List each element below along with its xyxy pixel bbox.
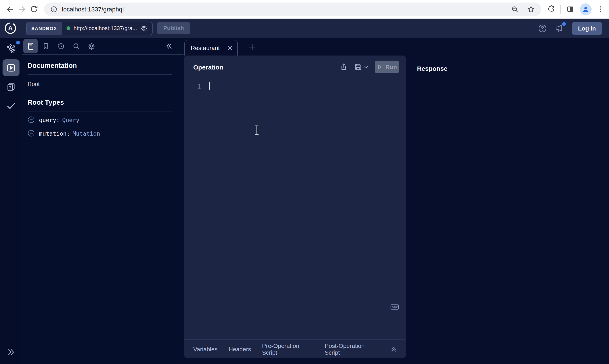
circle-plus-icon[interactable] <box>27 116 35 123</box>
tab-pre-operation-script[interactable]: Pre-Operation Script <box>262 342 314 356</box>
login-button[interactable]: Log in <box>572 22 602 35</box>
extensions-icon[interactable] <box>546 5 555 13</box>
run-play-icon <box>377 64 383 70</box>
browser-toolbar: localhost:1337/graphql <box>0 0 609 19</box>
tab-saved-operations[interactable] <box>39 39 53 53</box>
tab-label: Restaurant <box>191 44 227 51</box>
tab-explorer-settings[interactable] <box>84 39 99 53</box>
history-clock-icon <box>57 42 65 51</box>
bookmark-star-icon[interactable] <box>527 5 535 13</box>
operation-tabbar: Restaurant <box>183 38 609 55</box>
toolbar-separator <box>560 5 561 13</box>
field-name: query: <box>39 116 60 123</box>
tab-post-operation-script[interactable]: Post-Operation Script <box>325 342 379 356</box>
run-label: Run <box>386 64 397 70</box>
keyboard-shortcuts-icon[interactable] <box>390 302 400 312</box>
site-info-icon[interactable] <box>50 5 58 13</box>
sidebar-item-checks[interactable] <box>2 97 19 114</box>
circle-plus-icon[interactable] <box>27 130 35 137</box>
profile-avatar[interactable] <box>580 3 592 15</box>
connection-status-dot <box>66 26 70 30</box>
operation-editor[interactable]: 1 <box>184 78 406 339</box>
explorer-play-square-icon <box>6 63 16 73</box>
tab-restaurant[interactable]: Restaurant <box>184 40 238 55</box>
tab-history[interactable] <box>54 39 68 53</box>
text-caret <box>209 82 210 90</box>
svg-text:A: A <box>8 25 13 32</box>
apollo-header: A SANDBOX http://localhost:1337/gra... P… <box>0 19 609 38</box>
operation-title: Operation <box>193 63 223 71</box>
share-operation-icon[interactable] <box>339 63 348 71</box>
response-title: Response <box>417 65 447 72</box>
field-name: mutation: <box>39 130 70 137</box>
operation-panel: Operation <box>184 55 406 358</box>
documentation-toolbar <box>22 38 183 55</box>
operation-footer: Variables Headers Pre-Operation Script P… <box>184 339 406 358</box>
gear-icon <box>87 42 96 51</box>
forward-icon[interactable] <box>16 3 28 15</box>
root-types-title: Root Types <box>27 99 172 106</box>
help-icon[interactable] <box>538 24 547 33</box>
sidebar-item-explorer[interactable] <box>2 59 19 76</box>
expand-rail-icon[interactable] <box>6 348 15 357</box>
reload-icon[interactable] <box>28 3 40 15</box>
browser-actions <box>546 3 605 15</box>
diff-pages-icon <box>6 82 16 92</box>
expand-footer-icon[interactable] <box>390 345 398 353</box>
save-menu-chevron-icon[interactable] <box>364 65 369 69</box>
line-number: 1 <box>195 82 201 91</box>
collapse-panel-icon[interactable] <box>165 42 173 51</box>
close-tab-icon[interactable] <box>227 45 233 51</box>
query-type-row[interactable]: query:Query <box>27 114 172 125</box>
back-icon[interactable] <box>4 3 16 15</box>
schema-graph-icon <box>6 44 16 54</box>
schema-notification-dot <box>16 41 20 44</box>
divider <box>27 111 172 111</box>
search-icon <box>72 42 80 51</box>
tab-documentation[interactable] <box>23 39 38 53</box>
field-type-link[interactable]: Query <box>62 116 79 123</box>
sidebar-item-changelog[interactable] <box>2 78 19 95</box>
documentation-title: Documentation <box>27 62 172 69</box>
root-breadcrumb[interactable]: Root <box>27 81 172 87</box>
tab-variables[interactable]: Variables <box>193 346 218 352</box>
announcements-notification-dot <box>562 22 566 26</box>
browser-menu-icon[interactable] <box>597 5 605 13</box>
response-panel: Response <box>406 55 609 364</box>
endpoint-url-input[interactable]: http://localhost:1337/gra... <box>74 25 137 31</box>
save-floppy-icon[interactable] <box>354 63 362 71</box>
environment-badge: SANDBOX <box>27 22 62 35</box>
left-rail <box>0 38 22 364</box>
save-operation-group[interactable] <box>354 63 369 71</box>
connection-settings-gear-icon[interactable] <box>140 24 148 32</box>
run-button[interactable]: Run <box>375 61 399 73</box>
announcements-megaphone-icon[interactable] <box>554 23 565 33</box>
document-lines-icon <box>26 42 35 51</box>
url-text[interactable]: localhost:1337/graphql <box>62 6 124 13</box>
publish-button[interactable]: Publish <box>157 22 190 34</box>
zoom-out-icon[interactable] <box>511 5 519 13</box>
apollo-logo-icon[interactable]: A <box>4 22 17 35</box>
endpoint-input-group: SANDBOX http://localhost:1337/gra... <box>26 21 153 35</box>
bookmark-icon <box>41 42 50 51</box>
tab-headers[interactable]: Headers <box>229 346 251 352</box>
tab-search[interactable] <box>69 39 83 53</box>
side-panel-icon[interactable] <box>566 5 575 13</box>
field-type-link[interactable]: Mutation <box>72 130 100 137</box>
divider <box>27 74 172 75</box>
checkmark-icon <box>6 101 16 111</box>
apollo-sandbox-app: localhost:1337/graphql <box>0 0 609 364</box>
mutation-type-row[interactable]: mutation:Mutation <box>27 128 172 139</box>
documentation-panel: Documentation Root Root Types query:Quer… <box>22 38 183 364</box>
new-tab-icon[interactable] <box>248 43 256 51</box>
address-bar[interactable]: localhost:1337/graphql <box>44 2 541 16</box>
